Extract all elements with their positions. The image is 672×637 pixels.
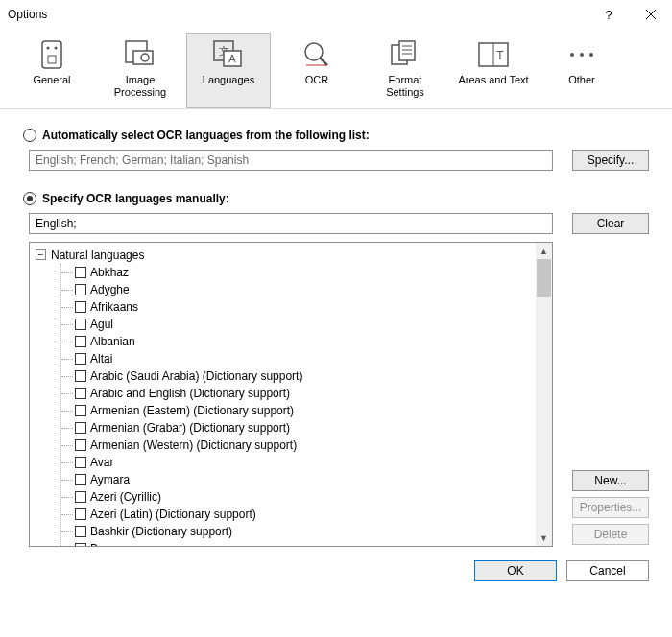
tab-label: Format Settings (386, 74, 424, 99)
general-icon (36, 39, 67, 70)
tab-image-processing[interactable]: Image Processing (98, 33, 182, 108)
language-item[interactable]: Abkhaz (75, 264, 552, 281)
svg-point-24 (570, 53, 574, 57)
other-icon (566, 39, 597, 70)
language-item[interactable]: Avar (75, 454, 552, 471)
tab-areas-text[interactable]: T Areas and Text (451, 33, 536, 108)
tab-format-settings[interactable]: Format Settings (363, 33, 447, 108)
format-settings-icon (390, 39, 420, 70)
language-label: Afrikaans (90, 298, 138, 316)
title-bar: Options ? (0, 0, 672, 29)
tab-label: Image Processing (114, 74, 166, 99)
language-checkbox[interactable] (75, 301, 86, 313)
language-checkbox[interactable] (75, 336, 86, 347)
language-item[interactable]: Arabic (Saudi Arabia) (Dictionary suppor… (75, 367, 552, 385)
svg-line-14 (320, 58, 327, 65)
language-item[interactable]: Armenian (Western) (Dictionary support) (75, 436, 552, 454)
language-item[interactable]: Altai (75, 350, 552, 367)
svg-text:A: A (228, 53, 236, 64)
svg-rect-5 (48, 56, 56, 63)
language-item[interactable]: Basque (75, 540, 552, 547)
language-checkbox[interactable] (75, 491, 86, 503)
cancel-button[interactable]: Cancel (566, 560, 649, 581)
scroll-thumb[interactable] (537, 259, 551, 297)
language-checkbox[interactable] (75, 405, 86, 416)
clear-button[interactable]: Clear (572, 213, 649, 234)
language-label: Altai (90, 350, 112, 367)
radio-auto[interactable] (23, 129, 36, 142)
delete-button: Delete (572, 524, 649, 545)
scroll-up-icon[interactable]: ▲ (536, 243, 552, 259)
language-checkbox[interactable] (75, 284, 86, 295)
language-item[interactable]: Bashkir (Dictionary support) (75, 523, 552, 540)
language-label: Abkhaz (90, 264, 129, 281)
tab-general[interactable]: General (10, 33, 94, 108)
tab-other[interactable]: Other (540, 33, 624, 108)
toolbar-tabs: General Image Processing 文A Languages OC… (0, 29, 672, 109)
language-checkbox[interactable] (75, 267, 86, 278)
tree-side-buttons: New... Properties... Delete (572, 242, 649, 547)
language-item[interactable]: Armenian (Eastern) (Dictionary support) (75, 402, 552, 419)
manual-languages-field[interactable]: English; (29, 213, 553, 234)
language-checkbox[interactable] (75, 353, 86, 365)
language-label: Arabic (Saudi Arabia) (Dictionary suppor… (90, 367, 302, 385)
language-checkbox[interactable] (75, 474, 86, 485)
language-checkbox[interactable] (75, 439, 86, 451)
specify-button[interactable]: Specify... (572, 150, 649, 171)
tab-label: Languages (203, 74, 254, 86)
language-item[interactable]: Azeri (Cyrillic) (75, 488, 552, 506)
language-item[interactable]: Armenian (Grabar) (Dictionary support) (75, 419, 552, 436)
language-tree[interactable]: − Natural languages AbkhazAdygheAfrikaan… (29, 242, 553, 547)
language-label: Azeri (Cyrillic) (90, 488, 161, 506)
tab-languages[interactable]: 文A Languages (186, 33, 271, 108)
language-label: Bashkir (Dictionary support) (90, 523, 232, 540)
manual-option-row[interactable]: Specify OCR languages manually: (23, 192, 649, 205)
language-checkbox[interactable] (75, 457, 86, 468)
help-button[interactable]: ? (588, 0, 630, 29)
auto-option-row[interactable]: Automatically select OCR languages from … (23, 129, 649, 142)
tree-children: AbkhazAdygheAfrikaansAgulAlbanianAltaiAr… (60, 264, 552, 547)
tree-root[interactable]: − Natural languages AbkhazAdygheAfrikaan… (36, 247, 552, 547)
language-checkbox[interactable] (75, 543, 86, 547)
expander-icon[interactable]: − (36, 249, 46, 260)
language-checkbox[interactable] (75, 370, 86, 382)
language-checkbox[interactable] (75, 388, 86, 399)
svg-rect-2 (42, 41, 61, 68)
auto-field-row: English; French; German; Italian; Spanis… (29, 150, 649, 171)
scroll-down-icon[interactable]: ▼ (536, 530, 552, 546)
ok-button[interactable]: OK (474, 560, 557, 581)
auto-label: Automatically select OCR languages from … (42, 129, 370, 142)
svg-point-3 (47, 47, 50, 50)
language-label: Azeri (Latin) (Dictionary support) (90, 506, 256, 523)
language-label: Arabic and English (Dictionary support) (90, 385, 290, 402)
language-checkbox[interactable] (75, 508, 86, 520)
areas-text-icon: T (478, 39, 509, 70)
manual-field-row: English; Clear (29, 213, 649, 234)
tab-label: Other (568, 74, 595, 86)
manual-label: Specify OCR languages manually: (42, 192, 229, 205)
tab-label: General (33, 74, 70, 86)
language-checkbox[interactable] (75, 526, 86, 537)
language-item[interactable]: Albanian (75, 333, 552, 350)
radio-manual[interactable] (23, 192, 36, 205)
language-item[interactable]: Afrikaans (75, 298, 552, 316)
language-item[interactable]: Azeri (Latin) (Dictionary support) (75, 506, 552, 523)
svg-point-26 (589, 53, 593, 57)
language-item[interactable]: Adyghe (75, 281, 552, 298)
language-label: Armenian (Grabar) (Dictionary support) (90, 419, 290, 436)
language-checkbox[interactable] (75, 318, 86, 330)
language-checkbox[interactable] (75, 422, 86, 434)
language-item[interactable]: Aymara (75, 471, 552, 488)
language-item[interactable]: Arabic and English (Dictionary support) (75, 385, 552, 402)
close-button[interactable] (630, 0, 672, 29)
close-icon (646, 10, 656, 19)
svg-text:T: T (496, 49, 504, 62)
tab-ocr[interactable]: OCR (275, 33, 359, 108)
scrollbar[interactable]: ▲ ▼ (536, 243, 552, 546)
tree-content: − Natural languages AbkhazAdygheAfrikaan… (30, 243, 552, 547)
root-label: Natural languages (51, 248, 144, 262)
svg-point-4 (55, 47, 58, 50)
language-label: Agul (90, 316, 113, 333)
new-button[interactable]: New... (572, 470, 649, 491)
language-item[interactable]: Agul (75, 316, 552, 333)
